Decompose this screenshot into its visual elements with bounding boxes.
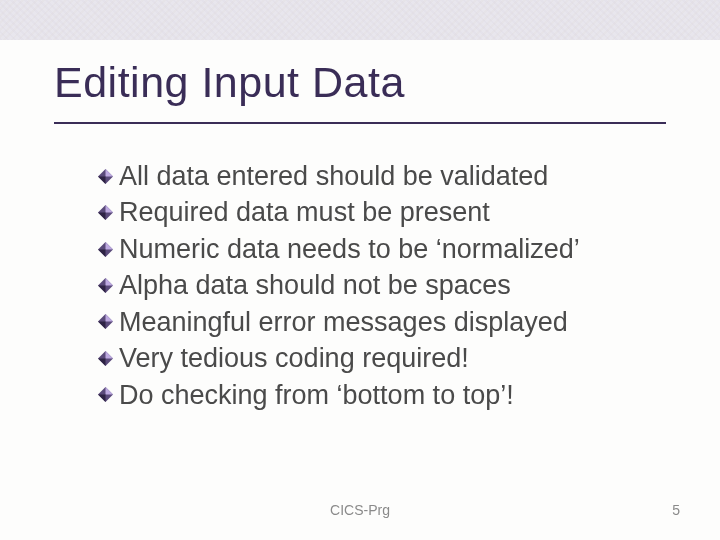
- bullet-text: Required data must be present: [119, 194, 490, 230]
- diamond-bullet-icon: [98, 242, 113, 257]
- svg-marker-7: [106, 242, 114, 250]
- list-item: Meaningful error messages displayed: [98, 304, 658, 340]
- footer-label: CICS-Prg: [0, 502, 720, 518]
- svg-marker-16: [106, 351, 114, 359]
- decorative-band: [0, 0, 720, 40]
- svg-marker-1: [106, 169, 114, 177]
- page-number: 5: [672, 502, 680, 518]
- bullet-text: Do checking from ‘bottom to top’!: [119, 377, 514, 413]
- list-item: Required data must be present: [98, 194, 658, 230]
- svg-marker-17: [98, 358, 106, 366]
- bullet-text: Meaningful error messages displayed: [119, 304, 568, 340]
- svg-marker-19: [106, 387, 114, 395]
- svg-marker-13: [106, 314, 114, 322]
- list-item: Very tedious coding required!: [98, 340, 658, 376]
- diamond-bullet-icon: [98, 205, 113, 220]
- list-item: Alpha data should not be spaces: [98, 267, 658, 303]
- svg-marker-11: [98, 286, 106, 294]
- svg-marker-2: [98, 176, 106, 184]
- slide-title: Editing Input Data: [54, 58, 405, 107]
- diamond-bullet-icon: [98, 387, 113, 402]
- svg-marker-20: [98, 395, 106, 403]
- title-underline: [54, 122, 666, 124]
- bullet-list: All data entered should be validated Req…: [98, 158, 658, 413]
- bullet-text: Alpha data should not be spaces: [119, 267, 511, 303]
- diamond-bullet-icon: [98, 169, 113, 184]
- bullet-text: Very tedious coding required!: [119, 340, 469, 376]
- list-item: All data entered should be validated: [98, 158, 658, 194]
- svg-marker-14: [98, 322, 106, 330]
- svg-marker-8: [98, 249, 106, 257]
- diamond-bullet-icon: [98, 278, 113, 293]
- diamond-bullet-icon: [98, 351, 113, 366]
- bullet-text: Numeric data needs to be ‘normalized’: [119, 231, 580, 267]
- svg-marker-4: [106, 205, 114, 213]
- svg-marker-5: [98, 213, 106, 221]
- diamond-bullet-icon: [98, 314, 113, 329]
- bullet-text: All data entered should be validated: [119, 158, 548, 194]
- svg-marker-10: [106, 278, 114, 286]
- list-item: Numeric data needs to be ‘normalized’: [98, 231, 658, 267]
- list-item: Do checking from ‘bottom to top’!: [98, 377, 658, 413]
